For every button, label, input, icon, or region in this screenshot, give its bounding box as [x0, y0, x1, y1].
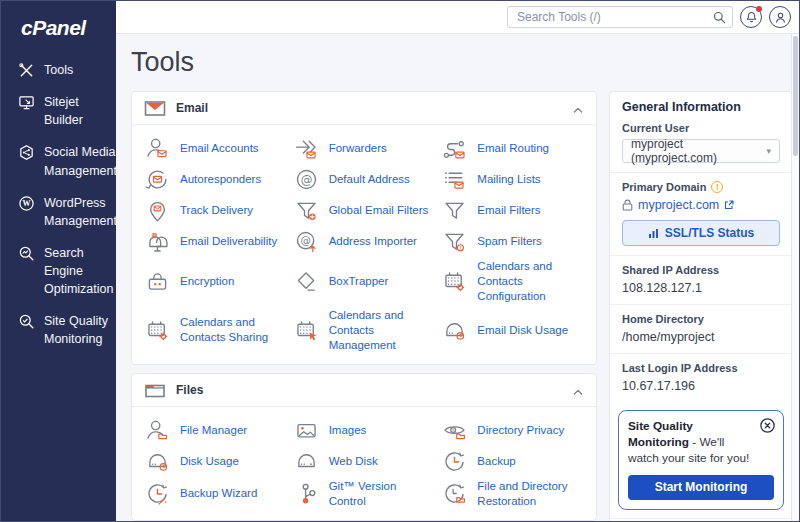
- tool-item-file-manager[interactable]: File Manager: [144, 415, 287, 446]
- section-header-files[interactable]: Files: [132, 374, 596, 407]
- tool-item-autoresponders[interactable]: Autoresponders: [144, 164, 287, 195]
- tool-item-backup[interactable]: Backup: [441, 446, 584, 477]
- sidebar-item-site-quality-monitoring[interactable]: Site Quality Monitoring: [1, 305, 116, 355]
- wordpress-icon: W: [18, 195, 35, 212]
- tools-icon: [18, 62, 35, 79]
- drive-clock-icon: [144, 448, 171, 475]
- search-box: [507, 6, 733, 28]
- tool-item-email-deliverability[interactable]: Email Deliverability: [144, 226, 287, 257]
- scrollbar[interactable]: [791, 34, 799, 521]
- home-directory-section: Home Directory /home/myproject: [610, 304, 792, 353]
- tool-item-email-filters[interactable]: Email Filters: [441, 195, 584, 226]
- notification-text: Site Quality Monitoring - We'll watch yo…: [628, 419, 774, 467]
- section-grid-files: File ManagerImagesDirectory PrivacyDisk …: [132, 407, 596, 520]
- tool-item-calendars-and-contacts-configuration[interactable]: Calendars and Contacts Configuration: [441, 257, 584, 306]
- svg-text:@: @: [300, 234, 310, 246]
- clock-arrow-icon: [441, 448, 468, 475]
- tool-item-track-delivery[interactable]: Track Delivery: [144, 195, 287, 226]
- eye-folder-icon: [441, 417, 468, 444]
- bell-icon: [745, 11, 758, 24]
- seo-icon: [18, 245, 35, 262]
- tool-item-label: File Manager: [180, 423, 247, 438]
- topbar: [116, 1, 799, 34]
- home-directory-label: Home Directory: [622, 313, 780, 325]
- sidebar-item-sitejet-builder[interactable]: Sitejet Builder: [1, 86, 116, 136]
- primary-domain-link[interactable]: myproject.com: [638, 198, 719, 212]
- funnel-plus-icon: [293, 197, 320, 224]
- warning-icon[interactable]: !: [711, 181, 723, 193]
- sitejet-icon: [18, 94, 35, 111]
- svg-text:!: !: [460, 245, 462, 251]
- sidebar-item-label: WordPress Management: [44, 194, 117, 230]
- tool-item-label: Autoresponders: [180, 172, 261, 187]
- lock-case-icon: [144, 268, 171, 295]
- tool-item-spam-filters[interactable]: !Spam Filters: [441, 226, 584, 257]
- files-section-icon: [144, 381, 166, 398]
- chevron-up-icon[interactable]: [572, 102, 584, 114]
- box-trap-icon: [293, 268, 320, 295]
- shared-ip-section: Shared IP Address 108.128.127.1: [610, 255, 792, 304]
- sidebar-item-wordpress-management[interactable]: WWordPress Management: [1, 187, 116, 237]
- tool-item-default-address[interactable]: @Default Address: [293, 164, 436, 195]
- sidebar-item-label: Sitejet Builder: [44, 93, 108, 129]
- person-envelope-icon: [144, 135, 171, 162]
- tool-item-label: File and Directory Restoration: [477, 479, 584, 509]
- tool-item-label: Address Importer: [329, 234, 417, 249]
- sidebar-item-label: Site Quality Monitoring: [44, 312, 108, 348]
- tool-item-images[interactable]: Images: [293, 415, 436, 446]
- notification-badge: [756, 6, 762, 12]
- tool-item-web-disk[interactable]: Web Disk: [293, 446, 436, 477]
- tool-item-address-importer[interactable]: @Address Importer: [293, 226, 436, 257]
- sidebar-item-tools[interactable]: Tools: [1, 54, 116, 86]
- current-user-select[interactable]: myproject (myproject.com) ▾: [622, 139, 780, 163]
- sidebar-nav: ToolsSitejet BuilderSocial Media Managem…: [1, 54, 116, 356]
- list-envelope-icon: [441, 166, 468, 193]
- funnel-warning-icon: !: [441, 228, 468, 255]
- section-card-email: EmailEmail AccountsForwardersEmail Routi…: [131, 91, 597, 365]
- last-login-ip-section: Last Login IP Address 10.67.17.196: [610, 353, 792, 402]
- tool-item-email-accounts[interactable]: Email Accounts: [144, 133, 287, 164]
- user-analytics-section: User Analytics ID ? 7a692ea9-1e82-4fac-b…: [610, 518, 792, 521]
- start-monitoring-button[interactable]: Start Monitoring: [628, 475, 774, 500]
- chevron-down-icon: ▾: [766, 146, 771, 156]
- primary-domain-section: Primary Domain ! myproject.com SSL/TLS S…: [610, 172, 792, 255]
- tool-item-disk-usage[interactable]: Disk Usage: [144, 446, 287, 477]
- scrollbar-thumb[interactable]: [793, 36, 798, 156]
- tool-item-label: Track Delivery: [180, 203, 253, 218]
- tool-item-encryption[interactable]: Encryption: [144, 257, 287, 306]
- social-media-icon: [18, 144, 35, 161]
- tool-item-global-email-filters[interactable]: Global Email Filters: [293, 195, 436, 226]
- search-icon[interactable]: [713, 10, 726, 23]
- git-branch-icon: [293, 480, 320, 507]
- ssl-tls-status-button[interactable]: SSL/TLS Status: [622, 220, 780, 246]
- bar-chart-icon: [648, 228, 659, 239]
- primary-domain-row: myproject.com: [622, 198, 780, 212]
- close-icon[interactable]: [760, 418, 775, 433]
- lock-icon: [622, 199, 633, 211]
- calendar-gear-icon: [144, 317, 171, 344]
- sidebar-item-social-media-management[interactable]: Social Media Management: [1, 136, 116, 186]
- tool-item-backup-wizard[interactable]: Backup Wizard: [144, 477, 287, 511]
- tool-item-label: Email Disk Usage: [477, 323, 568, 338]
- section-header-email[interactable]: Email: [132, 92, 596, 125]
- tool-item-boxtrapper[interactable]: BoxTrapper: [293, 257, 436, 306]
- cpanel-window: cPanel ToolsSitejet BuilderSocial Media …: [0, 0, 800, 522]
- user-menu-button[interactable]: [769, 6, 791, 28]
- tool-item-mailing-lists[interactable]: Mailing Lists: [441, 164, 584, 195]
- section-card-files: FilesFile ManagerImagesDirectory Privacy…: [131, 373, 597, 521]
- calendar-gear-icon: [441, 268, 468, 295]
- tool-item-label: Calendars and Contacts Sharing: [180, 315, 287, 345]
- search-input[interactable]: [507, 6, 733, 28]
- shared-ip-value: 108.128.127.1: [622, 281, 780, 295]
- sidebar-item-search-engine-optimization[interactable]: Search Engine Optimization: [1, 237, 116, 305]
- tool-item-forwarders[interactable]: Forwarders: [293, 133, 436, 164]
- chevron-up-icon[interactable]: [572, 384, 584, 396]
- tool-item-git-version-control[interactable]: Git™ Version Control: [293, 477, 436, 511]
- tool-item-calendars-and-contacts-sharing[interactable]: Calendars and Contacts Sharing: [144, 306, 287, 355]
- tool-item-file-and-directory-restoration[interactable]: File and Directory Restoration: [441, 477, 584, 511]
- tool-item-directory-privacy[interactable]: Directory Privacy: [441, 415, 584, 446]
- tool-item-calendars-and-contacts-management[interactable]: Calendars and Contacts Management: [293, 306, 436, 355]
- notifications-button[interactable]: [740, 6, 762, 28]
- tool-item-email-disk-usage[interactable]: Email Disk Usage: [441, 306, 584, 355]
- tool-item-email-routing[interactable]: Email Routing: [441, 133, 584, 164]
